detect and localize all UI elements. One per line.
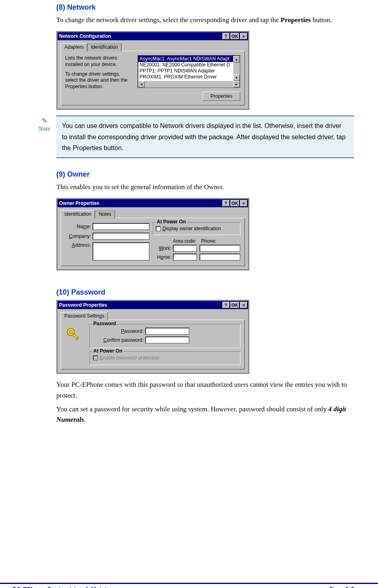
network-titlebar: Network Configuration ? OK × [58,32,248,40]
page-footer: PC-EPhone Customizing & Maintenance Page… [0,583,378,588]
ok-button[interactable]: OK [230,200,240,206]
note-callout: ✎ Note You can use drivers compatible to… [32,116,354,158]
scroll-down-icon[interactable]: ▼ [233,74,240,81]
section-8-heading: (8) Network [56,3,354,12]
address-input[interactable] [92,242,150,261]
driver-listbox[interactable]: AsyncMac1: AsyncMac1 NDISWAN Adapt NE200… [138,55,240,88]
list-item[interactable]: PPTP1: PPTP1 NDISWAN Adapter [138,68,233,74]
work-areacode-input[interactable] [173,245,197,252]
list-item[interactable]: PROXIM1: PROXIM Ethernet Driver [138,74,233,80]
section-8-intro-bold: Properties [281,16,311,24]
section-8-intro: To change the network driver settings, s… [56,15,354,25]
phone-header: Phone: [201,238,216,244]
display-owner-label: Display owner identification [162,226,221,231]
section-9-heading: (9) Owner [56,170,354,179]
list-item[interactable]: AsyncMac1: AsyncMac1 NDISWAN Adapt [138,56,233,62]
network-config-dialog: Network Configuration ? OK × Adapters Id… [56,31,249,110]
close-button[interactable]: × [240,302,247,308]
work-phone-input[interactable] [199,245,240,252]
password-para-2: You can set a password for security whil… [56,404,354,425]
footer-right: Page 3-5 [329,586,354,588]
company-input[interactable] [92,233,150,240]
properties-button[interactable]: Properties [202,91,240,101]
password-title: Password Properties [58,302,222,308]
password-legend: Password [92,321,117,326]
pencil-icon: ✎ [32,116,56,125]
address-label: Address: [65,242,92,248]
ok-button[interactable]: OK [230,302,240,308]
enable-password-checkbox [93,355,98,361]
network-instr-2: To change driver settings, select the dr… [65,71,134,90]
at-power-on-legend: At Power On [156,219,187,225]
section-8-intro-b: button. [311,16,332,24]
tab-password-settings[interactable]: Password Settings [61,312,108,320]
home-areacode-input[interactable] [173,254,197,261]
scrollbar-vertical[interactable]: ▲ ▼ [233,56,240,81]
confirm-password-label: Confirm password: [93,337,145,343]
ok-button[interactable]: OK [230,33,240,39]
password-label: Password: [93,328,145,334]
enable-password-label: Enable password protection [100,355,159,361]
scroll-right-icon[interactable]: ► [233,81,240,87]
password-para-2c: . [84,416,86,423]
section-10-heading: (10) Password [56,288,354,297]
work-label: Work: [153,246,173,251]
section-8-intro-a: To change the network driver settings, s… [56,16,281,24]
scrollbar-horizontal[interactable]: ◄ ► [138,81,240,87]
network-instr-1: Lists the network drivers installed on y… [65,55,134,68]
home-label: Home: [153,254,173,260]
password-properties-dialog: Password Properties ? OK × Password Sett… [56,300,249,374]
owner-title: Owner Properties [58,200,222,206]
tab-identification[interactable]: Identification [61,210,95,218]
owner-titlebar: Owner Properties ? OK × [58,199,248,207]
scroll-up-icon[interactable]: ▲ [233,56,240,62]
note-text: You can use drivers compatible to Networ… [56,116,354,158]
owner-properties-dialog: Owner Properties ? OK × Identification N… [56,198,249,270]
help-button[interactable]: ? [222,302,230,308]
password-para-1: Your PC-EPhone comes with this password … [56,380,354,401]
close-button[interactable]: × [240,33,247,39]
tab-adapters[interactable]: Adapters [61,43,87,51]
close-button[interactable]: × [240,200,247,206]
home-phone-input[interactable] [199,254,240,261]
help-button[interactable]: ? [222,200,230,206]
help-button[interactable]: ? [222,33,230,39]
password-para-2a: You can set a password for security whil… [56,405,329,413]
name-label: Name: [65,224,92,229]
at-power-on-legend: At Power On [92,348,123,354]
svg-point-1 [69,330,72,334]
network-title: Network Configuration [58,33,222,39]
name-input[interactable] [92,223,150,230]
scroll-left-icon[interactable]: ◄ [138,81,145,87]
footer-left: PC-EPhone Customizing & Maintenance [12,586,127,588]
password-input[interactable] [145,328,189,335]
note-label: Note [32,125,56,132]
key-icon [65,326,81,342]
company-label: Company: [65,233,92,239]
confirm-password-input[interactable] [145,336,189,344]
note-icon: ✎ Note [32,116,56,158]
list-item[interactable]: NE20001: NE2000 Compatible Ethernet D [138,62,233,68]
display-owner-checkbox[interactable] [156,226,161,231]
area-code-header: Area code: [173,238,201,244]
password-titlebar: Password Properties ? OK × [58,301,248,309]
tab-identification[interactable]: Identification [87,43,121,52]
section-9-intro: This enables you to set the general info… [56,182,354,192]
tab-notes[interactable]: Notes [95,210,115,219]
